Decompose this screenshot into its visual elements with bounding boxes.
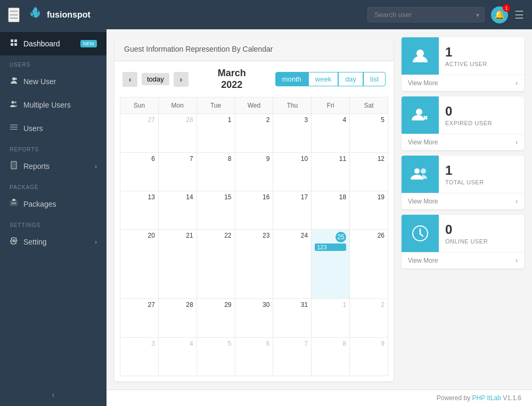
table-row[interactable]: 9 bbox=[235, 152, 273, 191]
search-input[interactable] bbox=[367, 7, 485, 22]
table-row[interactable]: 29 bbox=[197, 299, 235, 337]
table-row[interactable]: 11 bbox=[312, 152, 350, 191]
online-user-view-more-label: View More bbox=[408, 257, 438, 264]
day-header-tue: Tue bbox=[197, 98, 235, 114]
calendar-month-year: March 2022 bbox=[218, 68, 246, 91]
calendar-view-month-button[interactable]: month bbox=[275, 72, 308, 86]
table-row[interactable]: 4 bbox=[158, 337, 197, 376]
expired-user-view-more-label: View More bbox=[408, 139, 438, 146]
table-row[interactable]: 2 bbox=[350, 299, 388, 337]
calendar-title: Guest Information Represention By Calend… bbox=[124, 45, 273, 53]
table-row[interactable]: 27 bbox=[120, 114, 159, 152]
table-row[interactable]: 15 bbox=[197, 191, 235, 229]
sidebar-item-users[interactable]: Users bbox=[0, 117, 107, 140]
sidebar-item-packages-label: Packages bbox=[23, 200, 56, 208]
table-row[interactable]: 28 bbox=[158, 114, 197, 152]
person-icon bbox=[411, 46, 430, 66]
calendar-prev-button[interactable]: ‹ bbox=[122, 72, 137, 87]
logo-icon bbox=[28, 5, 43, 24]
expired-user-view-more[interactable]: View More › bbox=[402, 134, 524, 150]
table-row[interactable]: 18 bbox=[312, 191, 350, 229]
calendar-month: March bbox=[218, 68, 246, 78]
day-header-sat: Sat bbox=[350, 98, 388, 114]
table-row[interactable]: 31 bbox=[273, 299, 312, 337]
online-user-view-more-arrow: › bbox=[515, 257, 518, 264]
new-badge: NEW bbox=[80, 40, 97, 47]
footer-link[interactable]: PHP ItLab bbox=[472, 394, 501, 402]
online-user-info: 0 ONLINE USER bbox=[439, 217, 494, 250]
reports-section-label: REPORTS bbox=[0, 140, 107, 155]
table-row[interactable]: 23 bbox=[235, 230, 273, 299]
table-row[interactable]: 26 bbox=[350, 230, 388, 299]
online-user-view-more[interactable]: View More › bbox=[402, 252, 524, 269]
svg-point-5 bbox=[416, 50, 424, 57]
table-row[interactable]: 5 bbox=[350, 114, 388, 152]
table-row[interactable]: 21 bbox=[158, 230, 197, 299]
collapse-icon: ‹ bbox=[52, 390, 54, 400]
table-row[interactable]: 24 bbox=[273, 230, 312, 299]
table-row[interactable]: 22 bbox=[197, 230, 235, 299]
table-row[interactable]: 16 bbox=[235, 191, 273, 229]
table-row[interactable]: 8 bbox=[312, 337, 350, 376]
active-user-view-more[interactable]: View More › bbox=[402, 75, 524, 91]
calendar-nav: ‹ today › bbox=[122, 72, 189, 87]
table-row[interactable]: 9 bbox=[350, 337, 388, 376]
notification-badge: 1 bbox=[503, 4, 510, 12]
table-row[interactable]: 3 bbox=[120, 337, 159, 376]
sidebar-item-packages[interactable]: Packages bbox=[0, 192, 107, 216]
table-row[interactable]: 8 bbox=[197, 152, 235, 191]
table-row[interactable]: 12 bbox=[350, 152, 388, 191]
calendar-view-list-button[interactable]: list bbox=[363, 72, 386, 86]
table-row[interactable]: 3 bbox=[273, 114, 312, 152]
hamburger-button[interactable]: ☰ bbox=[8, 7, 20, 22]
person-x-icon bbox=[411, 105, 430, 125]
calendar-view-day-button[interactable]: day bbox=[338, 72, 363, 86]
sidebar-item-dashboard[interactable]: Dashboard NEW bbox=[0, 32, 107, 55]
setting-chevron-icon: › bbox=[95, 239, 97, 245]
logo-text: fusionspot bbox=[47, 10, 91, 20]
sidebar-item-setting[interactable]: Setting › bbox=[0, 230, 107, 254]
calendar-view-week-button[interactable]: week bbox=[308, 72, 338, 86]
logo: fusionspot bbox=[28, 5, 91, 24]
total-user-view-more[interactable]: View More › bbox=[402, 193, 524, 209]
table-row[interactable]: 19 bbox=[350, 191, 388, 229]
table-row[interactable]: 2 bbox=[235, 114, 273, 152]
table-row[interactable]: 17 bbox=[273, 191, 312, 229]
table-row[interactable]: 25123 bbox=[312, 230, 350, 299]
notification-bell-button[interactable]: 🔔 1 bbox=[491, 6, 508, 23]
footer-version: V1.1.6 bbox=[501, 394, 521, 402]
table-row[interactable]: 4 bbox=[312, 114, 350, 152]
table-row[interactable]: 7 bbox=[158, 152, 197, 191]
table-row[interactable]: 1 bbox=[312, 299, 350, 337]
sidebar-item-new-user[interactable]: New User bbox=[0, 70, 107, 93]
sidebar-collapse-button[interactable]: ‹ bbox=[0, 384, 107, 406]
new-user-icon bbox=[10, 76, 18, 87]
table-row[interactable]: 27 bbox=[120, 299, 159, 337]
calendar-toolbar: ‹ today › March 2022 month week day list bbox=[114, 61, 394, 97]
topbar-right: ▼ 🔔 1 ☰ bbox=[367, 6, 524, 23]
stat-card-expired-user-body: 0 EXPIRED USER bbox=[402, 96, 524, 134]
sidebar-item-reports-label: Reports bbox=[23, 162, 50, 170]
calendar-next-button[interactable]: › bbox=[174, 72, 189, 87]
svg-rect-4 bbox=[11, 202, 17, 205]
table-row[interactable]: 1 bbox=[197, 114, 235, 152]
day-header-fri: Fri bbox=[312, 98, 350, 114]
table-row[interactable]: 5 bbox=[197, 337, 235, 376]
sidebar-item-multiple-users[interactable]: Multiple Users bbox=[0, 93, 107, 117]
calendar-today-button[interactable]: today bbox=[142, 73, 169, 85]
table-row[interactable]: 7 bbox=[273, 337, 312, 376]
sidebar-item-reports[interactable]: Reports › bbox=[0, 155, 107, 178]
table-row[interactable]: 14 bbox=[158, 191, 197, 229]
calendar-section: Guest Information Represention By Calend… bbox=[114, 37, 394, 381]
table-row[interactable]: 28 bbox=[158, 299, 197, 337]
users-section-label: USERS bbox=[0, 55, 107, 70]
topbar-menu-button[interactable]: ☰ bbox=[514, 9, 524, 21]
table-row[interactable]: 10 bbox=[273, 152, 312, 191]
table-row[interactable]: 30 bbox=[235, 299, 273, 337]
table-row[interactable]: 13 bbox=[120, 191, 159, 229]
table-row[interactable]: 20 bbox=[120, 230, 159, 299]
multiple-users-icon bbox=[10, 100, 18, 110]
group-icon bbox=[411, 165, 430, 184]
table-row[interactable]: 6 bbox=[120, 152, 159, 191]
table-row[interactable]: 6 bbox=[235, 337, 273, 376]
